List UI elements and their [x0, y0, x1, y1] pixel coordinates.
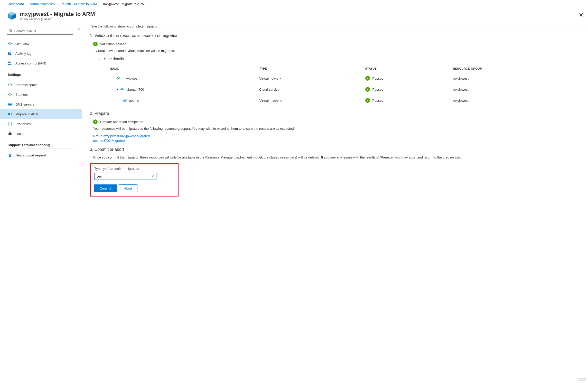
sidebar-item-address-space[interactable]: Address space — [0, 80, 82, 90]
nav-label: Activity log — [15, 52, 31, 55]
svg-rect-18 — [8, 133, 11, 135]
step1-title: 1. Validate if the resource is capable o… — [90, 33, 580, 38]
collapse-sidebar-button[interactable]: « — [78, 27, 80, 31]
svg-rect-16 — [10, 122, 10, 126]
confirm-input[interactable] — [94, 173, 156, 180]
sidebar-item-overview[interactable]: Overview — [0, 39, 82, 49]
search-input[interactable] — [14, 29, 71, 33]
nav-label: Address space — [15, 83, 38, 87]
res-status: Passed — [372, 77, 384, 80]
res-status: Passed — [372, 88, 384, 91]
toggle-label: Hide details — [104, 57, 124, 61]
breadcrumb-current: mxyjpwest - Migrate to ARM — [103, 2, 145, 6]
sidebar-section-settings: Settings — [8, 73, 74, 78]
svg-rect-13 — [8, 104, 11, 104]
breadcrumb: Dashboard › Virtual machines › ubuntu - … — [0, 0, 588, 8]
nav-label: New support request — [15, 153, 46, 157]
svg-rect-9 — [9, 54, 11, 54]
sidebar-item-activity-log[interactable]: Activity log — [0, 49, 82, 58]
sidebar-item-subnets[interactable]: Subnets — [0, 90, 82, 99]
svg-line-4 — [11, 31, 12, 32]
sidebar-item-locks[interactable]: Locks — [0, 129, 82, 138]
sidebar-item-properties[interactable]: Properties — [0, 119, 82, 129]
step1-status: Validation passed. — [100, 42, 127, 46]
svg-rect-14 — [8, 113, 10, 115]
watermark: 亿速云 — [577, 378, 586, 381]
commit-button[interactable]: Commit — [94, 184, 117, 192]
step3-body: Once you commit the migration these reso… — [93, 155, 580, 159]
nav-label: Properties — [15, 122, 31, 126]
sidebar-item-new-support[interactable]: New support request — [0, 150, 82, 160]
breadcrumb-link-ubuntu[interactable]: ubuntu - Migrate to ARM — [61, 2, 97, 6]
vnet-resource-icon — [116, 76, 121, 81]
step1-summary: 1 virtual network and 1 virtual machine … — [93, 49, 580, 53]
res-rg: mxyjpwest — [451, 73, 580, 84]
nav-label: Locks — [15, 132, 24, 136]
intro-text: Take the following steps to complete mig… — [90, 24, 580, 28]
sidebar-section-support: Support + troubleshooting — [8, 143, 74, 149]
svg-rect-15 — [8, 122, 9, 126]
address-space-icon — [8, 82, 12, 87]
subnets-icon — [8, 92, 12, 97]
svg-rect-17 — [11, 122, 11, 126]
table-row[interactable]: ▼ ubuntu4700 Cloud service ✓Passed mxyjp… — [108, 84, 580, 95]
svg-rect-23 — [124, 100, 126, 101]
chevron-up-icon: ︿ — [97, 56, 100, 61]
migrate-icon — [8, 112, 12, 116]
res-name-text: ubuntu4700 — [126, 88, 144, 91]
iam-icon — [8, 61, 12, 66]
check-icon: ✓ — [93, 42, 98, 46]
col-name: NAME — [108, 64, 257, 73]
input-valid-check-icon: ✓ — [152, 174, 155, 178]
support-icon — [8, 153, 12, 157]
svg-rect-20 — [9, 155, 11, 157]
sidebar-item-dns-servers[interactable]: DNS servers — [0, 99, 82, 109]
resource-group-link[interactable]: ubuntu4700-Migrated — [93, 139, 580, 143]
close-blade-button[interactable]: ✕ — [579, 12, 583, 18]
breadcrumb-link-vms[interactable]: Virtual machines — [30, 2, 55, 6]
svg-rect-24 — [124, 102, 125, 102]
sidebar-item-iam[interactable]: Access control (IAM) — [0, 58, 82, 68]
caret-down-icon[interactable]: ▼ — [116, 88, 119, 91]
page-title: mxyjpwest - Migrate to ARM — [20, 11, 95, 17]
check-icon: ✓ — [365, 76, 370, 81]
res-rg: mxyjpwest — [451, 95, 580, 106]
content-pane: Take the following steps to complete mig… — [82, 24, 588, 383]
check-icon: ✓ — [365, 98, 370, 103]
abort-button[interactable]: Abort — [119, 184, 137, 192]
sidebar-item-migrate-arm[interactable]: Migrate to ARM — [0, 109, 82, 119]
hide-details-toggle[interactable]: ︿ Hide details — [97, 56, 580, 61]
res-type: Virtual network — [257, 73, 363, 84]
table-row[interactable]: mxyjpwest Virtual network ✓Passed mxyjpw… — [108, 73, 580, 84]
resources-table: NAME TYPE STATUS RESOURCE GROUP mxyjpwes… — [108, 64, 580, 106]
nav-label: Subnets — [15, 93, 28, 97]
col-type: TYPE — [257, 64, 363, 73]
table-row[interactable]: ubuntu Virtual machine ✓Passed mxyjpwest — [108, 95, 580, 106]
nav-label: Access control (IAM) — [15, 61, 46, 65]
svg-point-10 — [8, 61, 10, 63]
vnet-cube-icon — [7, 11, 17, 21]
confirm-area: Type 'yes' to confirm migration. ✓ Commi… — [90, 163, 179, 197]
nav-label: DNS servers — [15, 102, 34, 106]
search-icon — [9, 29, 13, 33]
res-type: Virtual machine — [257, 95, 363, 106]
col-rg: RESOURCE GROUP — [451, 64, 580, 73]
res-type: Cloud service — [257, 84, 363, 95]
step2-body: Your resources will be migrated to the f… — [93, 127, 580, 130]
vnet-icon — [8, 41, 12, 46]
svg-point-19 — [9, 153, 11, 155]
nav-label: Migrate to ARM — [15, 112, 39, 116]
blade-header: mxyjpwest - Migrate to ARM Virtual netwo… — [0, 8, 588, 24]
col-status: STATUS — [363, 64, 451, 73]
lock-icon — [8, 131, 12, 136]
svg-point-11 — [10, 62, 12, 63]
svg-rect-7 — [9, 52, 11, 53]
sidebar-search[interactable] — [7, 27, 73, 35]
breadcrumb-link-dashboard[interactable]: Dashboard — [8, 2, 24, 6]
resource-group-link[interactable]: Group-mxyjpwest-mxyjpwest-Migrated — [93, 134, 580, 138]
res-status: Passed — [372, 99, 384, 102]
check-icon: ✓ — [93, 119, 98, 124]
check-icon: ✓ — [365, 87, 370, 92]
dns-icon — [8, 102, 12, 107]
svg-point-5 — [10, 43, 10, 44]
